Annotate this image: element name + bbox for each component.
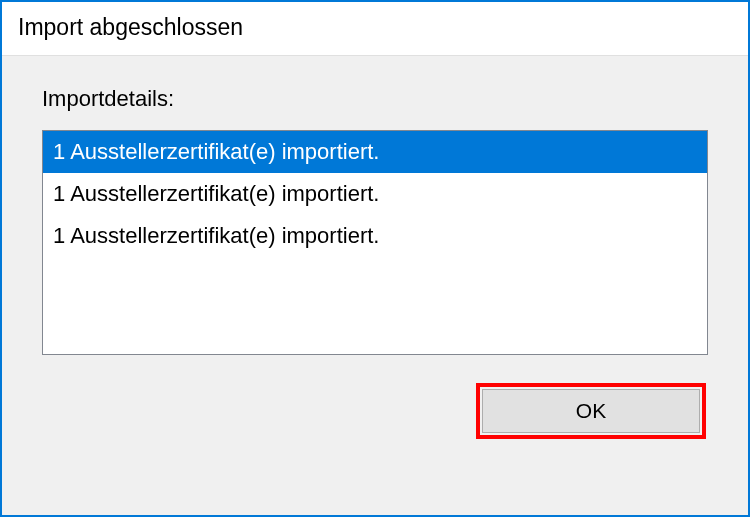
list-item[interactable]: 1 Ausstellerzertifikat(e) importiert.: [43, 215, 707, 257]
import-details-label: Importdetails:: [42, 86, 708, 112]
content-area: Importdetails: 1 Ausstellerzertifikat(e)…: [2, 56, 748, 515]
button-row: OK: [42, 383, 708, 439]
list-item[interactable]: 1 Ausstellerzertifikat(e) importiert.: [43, 131, 707, 173]
title-bar: Import abgeschlossen: [2, 2, 748, 56]
ok-button[interactable]: OK: [482, 389, 700, 433]
list-item[interactable]: 1 Ausstellerzertifikat(e) importiert.: [43, 173, 707, 215]
dialog-title: Import abgeschlossen: [18, 14, 732, 41]
dialog-window: Import abgeschlossen Importdetails: 1 Au…: [0, 0, 750, 517]
import-details-listbox[interactable]: 1 Ausstellerzertifikat(e) importiert. 1 …: [42, 130, 708, 355]
ok-button-highlight: OK: [476, 383, 706, 439]
